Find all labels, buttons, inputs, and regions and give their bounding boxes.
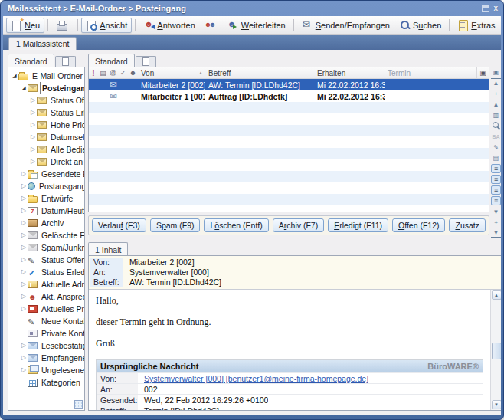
email-row[interactable]: ✉ Mitarbeiter 1 [001] Auftrag [ID:LDhdct… — [89, 90, 489, 102]
tree-expander-icon[interactable]: ▷ — [29, 119, 37, 131]
page-up-icon[interactable]: ▲ — [491, 100, 501, 109]
tree-item[interactable]: ▷ Entwürfe — [8, 192, 84, 205]
toolbar-button[interactable] — [200, 18, 223, 33]
view-list-1-icon[interactable]: ≡ — [491, 164, 501, 173]
toolbar-button[interactable]: Extras — [453, 18, 499, 33]
column-header-betreff[interactable]: Betreff — [205, 69, 314, 77]
view-list-4-icon[interactable]: ≡ — [491, 196, 501, 205]
tree-item[interactable]: ▷ Akt. Ansprechpartner — [8, 290, 84, 303]
quoted-header-value[interactable]: 002 — [138, 384, 158, 394]
tree-item[interactable]: Kategorien — [8, 376, 84, 389]
empty-row[interactable] — [89, 171, 489, 182]
action-button[interactable]: Offen (F12) — [392, 218, 446, 232]
tree-expander-icon[interactable]: ▷ — [20, 254, 28, 266]
action-button[interactable]: Archiv (F7) — [273, 218, 324, 232]
title-bar[interactable]: Mailassistent > E-Mail-Ordner > Posteing… — [1, 1, 503, 16]
action-button[interactable]: Löschen (Entf) — [204, 218, 268, 232]
tree-item[interactable]: ▷ Direkt an mich — [8, 156, 84, 168]
tree-item[interactable]: ▷ Ungelesene Mails — [8, 364, 84, 376]
tree-item[interactable]: ▷ Alle Bediener — [8, 143, 84, 156]
action-button[interactable]: Verlauf (F3) — [92, 218, 146, 232]
email-row[interactable]: ✉ Mitarbeiter 2 [002] AW: Termin [ID:LDh… — [89, 79, 489, 90]
tree-item[interactable]: ▷ Status Offen — [8, 254, 84, 266]
toolbar-button[interactable]: Senden/Empfangen — [297, 18, 394, 33]
filter-edit-icon[interactable]: ✎ — [491, 143, 501, 152]
tree-item[interactable]: ▷ Empfangene Mails — [8, 352, 84, 364]
tree-item[interactable]: ▷ Archiv — [8, 217, 84, 229]
move-down-icon[interactable]: + — [491, 218, 501, 227]
tree-item[interactable]: ▷ Datum/Heute — [8, 205, 84, 217]
empty-row[interactable] — [89, 136, 489, 148]
empty-row[interactable] — [89, 113, 489, 125]
tree-expander-icon[interactable]: ▷ — [20, 364, 28, 376]
copy-view-icon[interactable]: ▤ — [491, 153, 501, 162]
page-down-icon[interactable]: ▼ — [491, 207, 501, 216]
tree-expander-icon[interactable]: ▷ — [20, 168, 28, 180]
quoted-header-value[interactable]: Systemverwalter [000] [benutzer1@meine-f… — [138, 373, 368, 383]
tree-item[interactable]: ▷ Lesebestätigungen — [8, 340, 84, 352]
empty-row[interactable] — [89, 125, 489, 136]
view-list-3-icon[interactable]: ≡ — [491, 185, 501, 195]
action-button[interactable]: Spam (F9) — [150, 218, 201, 232]
empty-row[interactable] — [89, 205, 489, 212]
tree-expander-icon[interactable]: ▷ — [20, 340, 28, 352]
tree-expander-icon[interactable]: ▷ — [20, 303, 28, 315]
tree-expander-icon[interactable]: ▷ — [29, 131, 37, 143]
attachment-icon[interactable]: @ — [108, 69, 118, 77]
tree-expander-icon[interactable]: ▷ — [29, 143, 37, 156]
search-icon[interactable] — [491, 121, 501, 130]
empty-row[interactable] — [89, 194, 489, 205]
tree-item[interactable]: ▷ Gelöschte E-Mails — [8, 229, 84, 241]
move-icon[interactable]: + — [491, 89, 501, 98]
tree-item[interactable]: Private Kontakte — [8, 327, 84, 340]
tree-item[interactable]: ◢ E-Mail-Ordner — [8, 70, 84, 82]
close-icon[interactable]: x — [493, 5, 498, 12]
list-tab[interactable] — [136, 56, 156, 67]
tree-item[interactable]: ▷ Status Erledigt — [8, 107, 84, 119]
tree-expander-icon[interactable]: ◢ — [20, 82, 28, 94]
toolbar-button[interactable]: Suchen — [394, 18, 446, 33]
scroll-up-icon[interactable]: ▲ — [492, 290, 501, 300]
tree-expander-icon[interactable]: ▷ — [29, 94, 37, 107]
tree-expander-icon[interactable]: ▷ — [20, 205, 28, 217]
action-button[interactable]: Zusatz — [449, 218, 486, 232]
detach-window-icon[interactable]: ▣ — [491, 67, 501, 77]
tree-expander-icon[interactable]: ▷ — [20, 180, 28, 192]
empty-row[interactable] — [89, 182, 489, 194]
tree-expander-icon[interactable]: ▷ — [20, 290, 28, 303]
list-tab[interactable]: Standard — [88, 54, 135, 67]
ba-icon[interactable]: BA — [491, 132, 501, 141]
tab-inhalt[interactable]: 1 Inhalt — [88, 242, 128, 255]
tree-item[interactable]: ▷ Spam/Junkmails — [8, 241, 84, 254]
sidebar-tab[interactable] — [55, 56, 76, 67]
toolbar-button[interactable]: Ansicht — [81, 18, 132, 33]
tree-expander-icon[interactable]: ▷ — [20, 217, 28, 229]
column-chooser-icon[interactable]: ▣ — [476, 67, 489, 78]
column-header-von[interactable]: Von ▲ — [138, 69, 205, 77]
scroll-down-icon[interactable]: ▼ — [492, 400, 501, 409]
tree-item[interactable]: ▷ Aktuelles Projekt — [8, 303, 84, 315]
scroll-bottom-icon[interactable]: ▼ — [491, 228, 501, 238]
toolbar-button[interactable] — [51, 18, 74, 33]
tree-expander-icon[interactable]: ▷ — [20, 241, 28, 254]
empty-row[interactable] — [89, 102, 489, 113]
toolbar-button[interactable]: Antworten — [139, 18, 200, 33]
tree-item[interactable]: Neue Kontakte — [8, 315, 84, 327]
sidebar-tab[interactable]: Standard — [8, 54, 54, 67]
columns-icon[interactable]: ▥ — [491, 110, 501, 120]
tree-item[interactable]: ▷ Status Offen — [8, 94, 84, 107]
tree-corner-icon[interactable] — [74, 400, 83, 409]
view-list-2-icon[interactable]: ≡ — [491, 175, 501, 184]
tab-mailassistent[interactable]: 1 Mailassistent — [8, 37, 77, 50]
empty-row[interactable] — [89, 159, 489, 171]
tree-expander-icon[interactable]: ◢ — [11, 70, 18, 82]
restore-icon[interactable] — [482, 5, 489, 12]
tree-expander-icon[interactable]: ▷ — [20, 266, 28, 278]
tree-item[interactable]: ▷ Gesendete E-Mails — [8, 168, 84, 180]
check-icon[interactable]: ✓ — [118, 69, 128, 77]
priority-column-icon[interactable]: ! — [89, 69, 98, 77]
tree-expander-icon[interactable]: ▷ — [29, 107, 37, 119]
tree-item[interactable]: ▷ Aktuelle Adresse — [8, 278, 84, 290]
column-header-erhalten[interactable]: Erhalten — [314, 69, 385, 77]
tree-expander-icon[interactable]: ▷ — [29, 156, 37, 168]
